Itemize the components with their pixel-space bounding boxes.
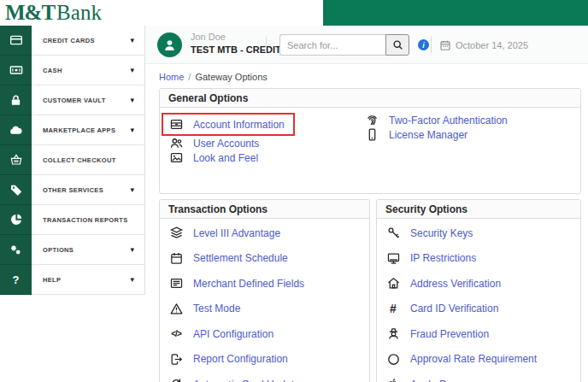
link-label: Apple Pay (410, 379, 457, 382)
sidebar-item-collect-checkout[interactable]: COLLECT CHECKOUT (0, 145, 145, 175)
sidebar-item-marketplace-apps[interactable]: MARKETPLACE APPS▾ (0, 115, 145, 145)
link-level-iii-advantage[interactable]: Level III Advantage (168, 220, 361, 246)
chevron-down-icon: ▾ (130, 245, 134, 254)
link-test-mode[interactable]: Test Mode (168, 297, 361, 322)
transaction-options-panel: Transaction Options Level III Advantage … (159, 199, 370, 382)
link-label: Level III Advantage (193, 227, 280, 239)
logo-text-mt: M&T (5, 1, 55, 24)
warning-icon (168, 302, 184, 316)
credit-card-icon (0, 26, 32, 56)
link-label: Settlement Schedule (193, 252, 288, 264)
security-options-panel: Security Options Security Keys IP Restri… (376, 199, 581, 382)
link-security-keys[interactable]: Security Keys (385, 220, 572, 246)
chevron-down-icon: ▾ (130, 36, 134, 44)
breadcrumb-current: Gateway Options (195, 72, 267, 82)
header-divider (266, 37, 267, 53)
circle-icon (385, 352, 401, 367)
chevron-down-icon: ▾ (130, 126, 134, 134)
link-label: User Accounts (193, 138, 259, 150)
link-label: API Configuration (193, 328, 273, 340)
general-options-panel: General Options Account Information User (159, 88, 581, 194)
sidebar-item-transaction-reports[interactable]: TRANSACTION REPORTS (0, 205, 145, 235)
code-glyph: </> (171, 330, 180, 338)
image-icon (168, 150, 184, 165)
link-label: Card ID Verification (410, 303, 498, 314)
sidebar-item-label: CUSTOMER VAULT (43, 97, 130, 104)
link-label: Approval Rate Requirement (410, 353, 537, 365)
main-content: Home/Gateway Options General Options Acc… (145, 64, 588, 382)
pie-chart-icon (0, 205, 32, 235)
link-automatic-card-updater[interactable]: Automatic Card Updater (168, 372, 361, 382)
link-label: Fraud Prevention (410, 328, 489, 340)
header-green-strip (323, 0, 588, 26)
tag-icon (0, 175, 32, 205)
link-license-manager[interactable]: License Manager (364, 127, 572, 142)
link-label: Account Information (193, 119, 285, 131)
link-two-factor-authentication[interactable]: Two-Factor Authentication (364, 113, 572, 127)
cash-icon (0, 56, 32, 85)
sidebar-item-label: CASH (43, 67, 130, 74)
calendar-icon (439, 39, 451, 55)
breadcrumb: Home/Gateway Options (159, 72, 268, 82)
chevron-down-icon: ▾ (130, 96, 134, 104)
top-header-bar: Jon Doe TEST MTB - CREDIT RE... i Octobe… (145, 26, 588, 64)
link-account-information[interactable]: Account Information (168, 113, 364, 136)
link-label: Address Verification (410, 278, 501, 290)
link-look-and-feel[interactable]: Look and Feel (168, 150, 364, 165)
chevron-down-icon: ▾ (130, 185, 134, 194)
key-icon (385, 226, 401, 240)
users-icon (168, 136, 184, 150)
link-address-verification[interactable]: Address Verification (385, 271, 572, 297)
question-glyph: ? (13, 273, 20, 286)
link-card-id-verification[interactable]: # Card ID Verification (385, 297, 572, 322)
link-approval-rate-requirement[interactable]: Approval Rate Requirement (385, 347, 572, 373)
sidebar-item-cash[interactable]: CASH▾ (0, 56, 145, 85)
sidebar-item-other-services[interactable]: OTHER SERVICES▾ (0, 175, 145, 205)
panel-title: Transaction Options (160, 200, 369, 219)
sidebar-item-label: TRANSACTION REPORTS (43, 216, 134, 224)
info-icon[interactable]: i (418, 39, 429, 50)
link-merchant-defined-fields[interactable]: Merchant Defined Fields (168, 271, 361, 297)
export-icon (168, 352, 184, 367)
calendar-icon (168, 251, 184, 266)
panel-title: General Options (160, 89, 580, 108)
link-label: Look and Feel (193, 152, 258, 164)
link-label: Automatic Card Updater (193, 379, 303, 382)
sidebar-item-options[interactable]: OPTIONS▾ (0, 235, 145, 265)
sidebar-item-label: MARKETPLACE APPS (43, 126, 130, 134)
header-divider (431, 37, 432, 53)
sidebar-item-label: HELP (43, 276, 130, 284)
red-highlight-box: Account Information (162, 113, 295, 136)
link-label: Merchant Defined Fields (193, 278, 304, 290)
search-button[interactable] (385, 34, 409, 56)
chevron-down-icon: ▾ (130, 66, 134, 74)
link-ip-restrictions[interactable]: IP Restrictions (385, 246, 572, 272)
link-report-configuration[interactable]: Report Configuration (168, 347, 361, 373)
basket-icon (0, 145, 32, 175)
link-api-configuration[interactable]: </> API Configuration (168, 321, 361, 347)
user-avatar[interactable] (157, 32, 182, 57)
logo-text-bank: Bank (56, 1, 102, 24)
link-fraud-prevention[interactable]: Fraud Prevention (385, 321, 572, 347)
monitor-icon (385, 251, 401, 266)
breadcrumb-home-link[interactable]: Home (159, 72, 184, 82)
link-apple-pay[interactable]: Apple Pay (385, 372, 572, 382)
sidebar-item-credit-cards[interactable]: CREDIT CARDS▾ (0, 26, 145, 56)
link-user-accounts[interactable]: User Accounts (168, 136, 364, 150)
refresh-icon (168, 377, 184, 382)
breadcrumb-separator: / (188, 72, 191, 82)
home-icon (385, 276, 401, 291)
search-input[interactable] (279, 34, 385, 56)
link-settlement-schedule[interactable]: Settlement Schedule (168, 246, 361, 272)
link-label: Report Configuration (193, 353, 288, 365)
person-icon (162, 38, 177, 52)
hash-icon: # (385, 303, 401, 314)
hash-glyph: # (390, 303, 397, 314)
sidebar-item-help[interactable]: ? HELP▾ (0, 265, 145, 295)
apple-icon (385, 377, 401, 382)
top-logo-bar: M&TBank (0, 0, 588, 26)
sidebar-nav: CREDIT CARDS▾ CASH▾ CUSTOMER VAULT▾ MARK… (0, 26, 145, 295)
search-icon (392, 39, 403, 50)
sidebar-item-customer-vault[interactable]: CUSTOMER VAULT▾ (0, 85, 145, 115)
link-label: License Manager (389, 129, 467, 141)
